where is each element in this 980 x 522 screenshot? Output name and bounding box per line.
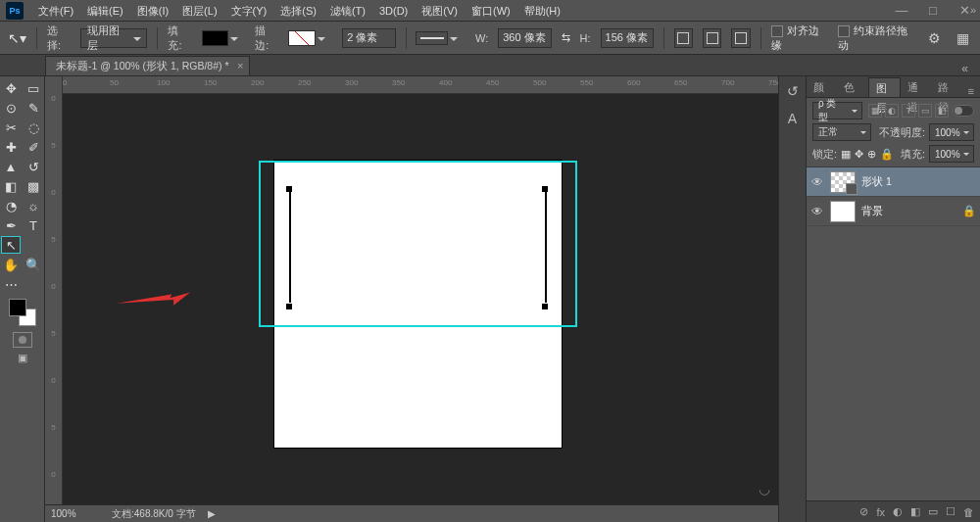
menu-window[interactable]: 窗口(W) <box>465 0 517 22</box>
ruler-tick: 700 <box>721 78 734 87</box>
align-edges-checkbox[interactable]: 对齐边缘 <box>771 24 828 53</box>
rotate-view-icon[interactable]: ◡ <box>759 481 770 497</box>
type-tool[interactable]: T <box>24 216 43 234</box>
foreground-background-colors[interactable] <box>9 299 36 326</box>
menu-view[interactable]: 视图(V) <box>415 0 465 22</box>
tab-channels[interactable]: 通道 <box>901 77 931 97</box>
healing-tool[interactable]: ✚ <box>1 138 21 156</box>
lock-artboard-icon[interactable]: ⊕ <box>867 148 876 161</box>
menu-image[interactable]: 图像(I) <box>130 0 175 22</box>
select-mode-dropdown[interactable]: 现用图层 <box>80 28 147 48</box>
stamp-tool[interactable]: ▲ <box>1 158 21 175</box>
visibility-eye-icon[interactable]: 👁 <box>810 175 824 189</box>
tab-layers[interactable]: 图层 <box>868 77 901 97</box>
marquee-tool[interactable]: ▭ <box>24 79 43 97</box>
menu-select[interactable]: 选择(S) <box>273 0 323 22</box>
ruler-tick: 350 <box>392 78 405 87</box>
filter-pixel-icon[interactable]: ▦ <box>868 104 882 118</box>
maximise-icon[interactable]: □ <box>917 0 949 22</box>
history-panel-icon[interactable]: ↺ <box>784 82 802 100</box>
history-brush-tool[interactable]: ↺ <box>24 158 43 175</box>
fill-opacity-field[interactable]: 100% <box>929 145 974 163</box>
layer-row[interactable]: 👁形状 1 <box>807 167 980 197</box>
zoom-tool[interactable]: 🔍 <box>24 256 43 273</box>
path-align-button[interactable] <box>703 28 721 48</box>
width-field[interactable]: 360 像素 <box>498 28 551 48</box>
layers-footer-icon-3[interactable]: ◧ <box>910 505 920 518</box>
filter-shape-icon[interactable]: ▭ <box>918 104 932 118</box>
workspace-switch-icon[interactable]: ▦ <box>954 28 972 48</box>
foreground-color-swatch[interactable] <box>9 299 26 316</box>
menu-type[interactable]: 文字(Y) <box>224 0 274 22</box>
move-tool[interactable]: ✥ <box>1 79 21 97</box>
screen-mode-icon[interactable]: ▣ <box>18 352 27 364</box>
menu-edit[interactable]: 编辑(E) <box>80 0 130 22</box>
quick-select-tool[interactable]: ✎ <box>24 99 43 117</box>
canvas-area[interactable]: 0501001502002503003504004505005506006507… <box>63 76 778 522</box>
status-expand-icon[interactable]: ▶ <box>208 508 216 519</box>
close-tab-icon[interactable]: × <box>237 60 243 71</box>
menu-filter[interactable]: 滤镜(T) <box>323 0 372 22</box>
filter-smart-icon[interactable]: ◧ <box>935 104 949 118</box>
layer-thumbnail[interactable] <box>830 201 856 222</box>
transform-bounding-box[interactable] <box>259 161 577 327</box>
layers-footer-icon-2[interactable]: ◐ <box>893 505 903 518</box>
layers-footer-icon-0[interactable]: ⊘ <box>859 505 868 518</box>
layer-row[interactable]: 👁背景🔒 <box>807 197 980 226</box>
constrain-path-checkbox[interactable]: 约束路径拖动 <box>838 24 915 53</box>
blur-tool[interactable]: ◔ <box>1 197 21 214</box>
link-wh-icon[interactable]: ⇆ <box>562 31 570 44</box>
panel-menu-icon[interactable]: ≡ <box>962 85 980 97</box>
dodge-tool[interactable]: ☼ <box>24 197 43 214</box>
layers-footer-icon-5[interactable]: ☐ <box>946 505 956 518</box>
lock-pixels-icon[interactable]: ▦ <box>841 148 851 161</box>
eraser-tool[interactable]: ◧ <box>1 177 21 195</box>
brush-tool[interactable]: ✐ <box>24 138 43 156</box>
layers-footer-icon-6[interactable]: 🗑 <box>963 506 974 518</box>
document-tab[interactable]: 未标题-1 @ 100% (形状 1, RGB/8#) * × <box>45 56 250 75</box>
expand-panels-icon[interactable]: » <box>970 4 976 16</box>
zoom-field[interactable]: 100% <box>51 508 100 519</box>
layer-filter-toggle[interactable] <box>953 105 974 117</box>
path-select-tool[interactable]: ↖ <box>1 236 21 254</box>
menu-layer[interactable]: 图层(L) <box>175 0 223 22</box>
menu-3d[interactable]: 3D(D) <box>372 0 415 22</box>
menu-help[interactable]: 帮助(H) <box>517 0 567 22</box>
path-arrange-button[interactable] <box>731 28 750 48</box>
collapse-tabs-icon[interactable]: « <box>956 62 974 75</box>
blend-mode-dropdown[interactable]: 正常 <box>812 123 871 141</box>
layer-thumbnail[interactable] <box>830 171 856 193</box>
edit-toolbar[interactable]: ⋯ <box>1 275 21 293</box>
stroke-width-field[interactable]: 2 像素 <box>342 28 395 48</box>
gradient-tool[interactable]: ▩ <box>24 177 43 195</box>
filter-type-icon[interactable]: T <box>902 104 915 118</box>
visibility-eye-icon[interactable]: 👁 <box>810 205 824 218</box>
stroke-style-dropdown[interactable] <box>416 31 448 45</box>
layers-footer-icon-4[interactable]: ▭ <box>928 505 938 518</box>
tab-color[interactable]: 颜色 <box>807 77 837 97</box>
lock-position-icon[interactable]: ✥ <box>855 148 863 161</box>
crop-tool[interactable]: ✂ <box>1 119 21 136</box>
filter-adjust-icon[interactable]: ◐ <box>885 104 899 118</box>
shape-tool[interactable] <box>24 236 43 254</box>
fill-color-swatch[interactable] <box>202 30 228 46</box>
menu-file[interactable]: 文件(F) <box>31 0 80 22</box>
path-combine-button[interactable] <box>674 28 693 48</box>
hand-tool[interactable]: ✋ <box>1 256 21 273</box>
minimise-icon[interactable]: ― <box>886 0 917 22</box>
lock-all-icon[interactable]: 🔒 <box>880 148 894 161</box>
height-field[interactable]: 156 像素 <box>601 28 654 48</box>
opacity-field[interactable]: 100% <box>929 123 974 141</box>
pen-tool[interactable]: ✒ <box>1 216 21 234</box>
eyedropper-tool[interactable]: ◌ <box>24 119 43 136</box>
layer-filter-dropdown[interactable]: ρ 类型 <box>812 102 862 119</box>
tab-swatches[interactable]: 色板 <box>837 77 867 97</box>
options-gear-icon[interactable]: ⚙ <box>925 28 944 48</box>
lasso-tool[interactable]: ⊙ <box>1 99 21 117</box>
stroke-color-swatch[interactable] <box>288 30 315 46</box>
tool-preset-icon[interactable]: ↖▾ <box>8 30 26 46</box>
tab-paths[interactable]: 路径 <box>931 77 961 97</box>
quick-mask-icon[interactable] <box>13 332 32 348</box>
character-panel-icon[interactable]: A <box>784 110 802 127</box>
layers-footer-icon-1[interactable]: fx <box>876 506 885 518</box>
